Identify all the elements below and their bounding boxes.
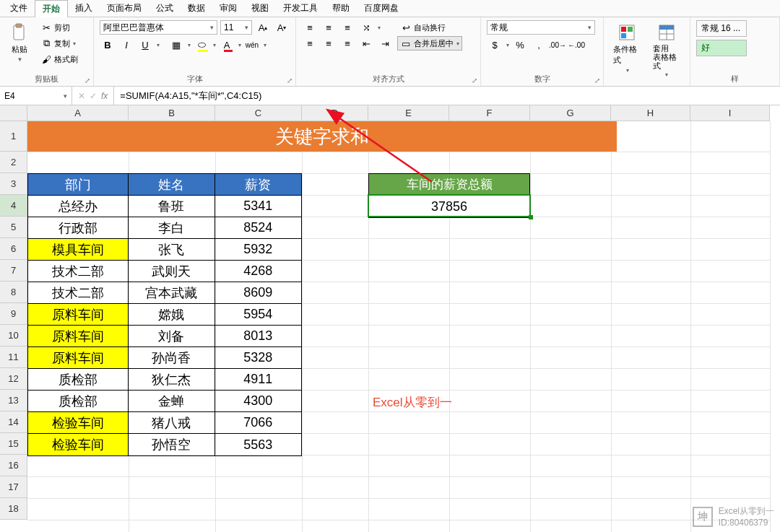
row-header-18[interactable]: 18 (0, 498, 27, 520)
table-cell[interactable]: 原料车间 (28, 347, 129, 369)
table-cell[interactable]: 5954 (215, 304, 301, 326)
align-top-button[interactable]: ≡ (302, 20, 318, 35)
table-cell[interactable]: 宫本武藏 (129, 282, 214, 304)
formula-input[interactable]: =SUMIF(A4:A15,"*车间*",C4:C15) (114, 87, 780, 105)
percent-button[interactable]: % (512, 38, 528, 52)
row-header-9[interactable]: 9 (0, 303, 27, 325)
table-cell[interactable]: 4300 (215, 391, 301, 412)
orientation-button[interactable]: ⤭ (358, 20, 374, 35)
table-cell[interactable]: 模具车间 (28, 239, 129, 261)
row-header-13[interactable]: 13 (0, 390, 27, 411)
col-header-C[interactable]: C (215, 105, 302, 121)
table-cell[interactable]: 检验车间 (28, 412, 129, 434)
align-left-button[interactable]: ≡ (302, 36, 318, 51)
table-cell[interactable]: 孙尚香 (129, 347, 214, 369)
number-format-combo[interactable]: 常规▾ (487, 20, 595, 35)
table-header[interactable]: 薪资 (215, 174, 301, 196)
grid-body[interactable]: 关键字求和 部门姓名薪资总经办鲁班5341行政部李白8524模具车间张飞5932… (27, 121, 770, 532)
comma-button[interactable]: , (531, 38, 547, 52)
decrease-decimal-button[interactable]: ←.00 (568, 38, 584, 52)
menu-文件[interactable]: 文件 (3, 0, 35, 17)
cell-style-good[interactable]: 好 (696, 40, 747, 56)
row-header-10[interactable]: 10 (0, 325, 27, 346)
col-header-I[interactable]: I (690, 105, 770, 121)
col-header-E[interactable]: E (368, 105, 449, 121)
currency-button[interactable]: $ (487, 38, 503, 52)
align-right-button[interactable]: ≡ (339, 36, 355, 51)
table-cell[interactable]: 7066 (215, 412, 301, 434)
dialog-launcher-icon[interactable]: ⤢ (472, 77, 477, 84)
table-cell[interactable]: 张飞 (129, 239, 214, 261)
table-cell[interactable]: 行政部 (28, 217, 129, 239)
increase-decimal-button[interactable]: .00→ (550, 38, 566, 52)
bold-button[interactable]: B (100, 38, 116, 52)
menu-开发工具[interactable]: 开发工具 (276, 0, 325, 17)
accept-formula-icon[interactable]: ✓ (90, 91, 97, 101)
table-header[interactable]: 部门 (28, 174, 129, 196)
table-cell[interactable]: 技术二部 (28, 261, 129, 282)
col-header-F[interactable]: F (449, 105, 530, 121)
align-middle-button[interactable]: ≡ (321, 20, 337, 35)
table-cell[interactable]: 猪八戒 (129, 412, 214, 434)
row-header-7[interactable]: 7 (0, 260, 27, 282)
row-header-2[interactable]: 2 (0, 152, 27, 173)
wrap-text-button[interactable]: ↩ 自动换行 (397, 20, 462, 35)
cut-button[interactable]: ✂ 剪切 (38, 20, 81, 35)
align-center-button[interactable]: ≡ (321, 36, 337, 51)
italic-button[interactable]: I (118, 38, 134, 52)
merge-center-button[interactable]: ▭ 合并后居中 ▾ (397, 36, 462, 51)
row-header-14[interactable]: 14 (0, 411, 27, 433)
table-cell[interactable]: 原料车间 (28, 304, 129, 326)
row-header-12[interactable]: 12 (0, 368, 27, 390)
table-cell[interactable]: 4268 (215, 261, 301, 282)
menu-审阅[interactable]: 审阅 (212, 0, 244, 17)
table-header[interactable]: 姓名 (129, 174, 214, 196)
selection-handle[interactable] (529, 215, 533, 219)
font-color-button[interactable]: A (219, 38, 235, 52)
row-header-3[interactable]: 3 (0, 173, 27, 195)
paste-button[interactable]: 粘贴 ▼ (6, 20, 33, 65)
row-header-1[interactable]: 1 (0, 121, 27, 152)
table-cell[interactable]: 总经办 (28, 196, 129, 217)
table-cell[interactable]: 技术二部 (28, 282, 129, 304)
col-header-D[interactable]: D (302, 105, 368, 121)
menu-页面布局[interactable]: 页面布局 (100, 0, 149, 17)
cell-style-normal[interactable]: 常规 16 ... (696, 20, 747, 37)
table-format-button[interactable]: 套用 表格格式▾ (649, 20, 685, 80)
col-header-G[interactable]: G (530, 105, 611, 121)
table-cell[interactable]: 8013 (215, 326, 301, 347)
menu-开始[interactable]: 开始 (35, 0, 68, 17)
font-size-combo[interactable]: 11▾ (220, 20, 252, 35)
menu-帮助[interactable]: 帮助 (325, 0, 357, 17)
col-header-H[interactable]: H (611, 105, 690, 121)
row-header-17[interactable]: 17 (0, 476, 27, 498)
copy-button[interactable]: ⧉ 复制 ▾ (38, 36, 81, 51)
summary-value-cell[interactable]: 37856 (369, 196, 529, 217)
borders-button[interactable]: ▦ (168, 38, 184, 52)
table-cell[interactable]: 质检部 (28, 391, 129, 412)
font-family-combo[interactable]: 阿里巴巴普惠体▾ (100, 20, 217, 35)
decrease-font-button[interactable]: A▾ (274, 20, 290, 35)
row-header-11[interactable]: 11 (0, 346, 27, 368)
align-bottom-button[interactable]: ≡ (339, 20, 355, 35)
menu-插入[interactable]: 插入 (68, 0, 100, 17)
indent-decrease-button[interactable]: ⇤ (358, 36, 374, 51)
col-header-B[interactable]: B (129, 105, 215, 121)
fill-color-button[interactable]: ⬭ (194, 38, 209, 52)
dialog-launcher-icon[interactable]: ⤢ (594, 77, 600, 84)
row-header-6[interactable]: 6 (0, 238, 27, 260)
cancel-formula-icon[interactable]: ✕ (78, 91, 85, 101)
row-header-4[interactable]: 4 (0, 195, 27, 217)
row-header-8[interactable]: 8 (0, 282, 27, 303)
format-painter-button[interactable]: 🖌 格式刷 (38, 52, 81, 66)
title-cell[interactable]: 关键字求和 (27, 121, 617, 152)
summary-header-cell[interactable]: 车间的薪资总额 (369, 174, 529, 196)
row-header-16[interactable]: 16 (0, 455, 27, 476)
menu-公式[interactable]: 公式 (149, 0, 181, 17)
menu-数据[interactable]: 数据 (181, 0, 212, 17)
table-cell[interactable]: 质检部 (28, 369, 129, 391)
select-all-corner[interactable] (0, 105, 27, 121)
underline-button[interactable]: U (137, 38, 153, 52)
table-cell[interactable]: 嫦娥 (129, 304, 214, 326)
fx-button[interactable]: fx (101, 91, 108, 101)
